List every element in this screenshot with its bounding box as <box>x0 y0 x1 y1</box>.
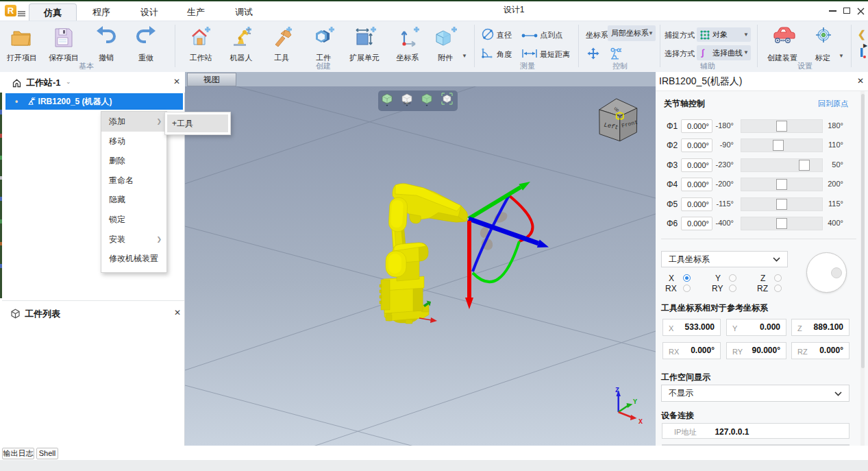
svg-text:Solid: Solid <box>404 101 411 105</box>
svg-text:Y: Y <box>633 398 637 406</box>
svg-text:Z: Z <box>615 387 619 394</box>
svg-text:X: X <box>638 418 643 426</box>
